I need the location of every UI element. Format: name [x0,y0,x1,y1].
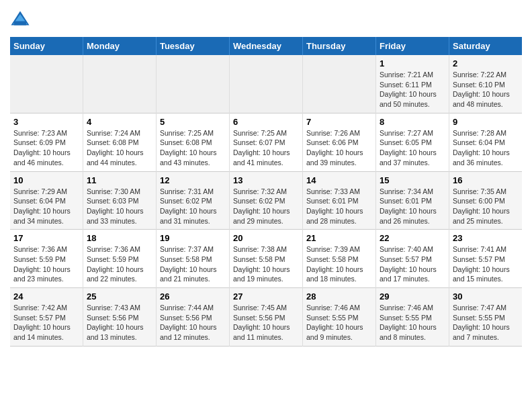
day-number: 20 [233,233,299,243]
day-info: Sunrise: 7:26 AMSunset: 6:06 PMDaylight:… [306,129,363,167]
day-number: 22 [380,233,445,243]
calendar-body: 1Sunrise: 7:21 AMSunset: 6:11 PMDaylight… [10,55,522,346]
calendar-cell: 2Sunrise: 7:22 AMSunset: 6:10 PMDaylight… [449,55,522,113]
page-container: SundayMondayTuesdayWednesdayThursdayFrid… [0,0,532,353]
weekday-header-saturday: Saturday [449,37,522,55]
day-info: Sunrise: 7:32 AMSunset: 6:02 PMDaylight:… [233,187,290,225]
day-number: 25 [87,291,152,302]
calendar-cell: 9Sunrise: 7:28 AMSunset: 6:04 PMDaylight… [449,113,522,171]
day-info: Sunrise: 7:33 AMSunset: 6:01 PMDaylight:… [306,187,363,225]
weekday-header-thursday: Thursday [302,37,375,55]
day-info: Sunrise: 7:25 AMSunset: 6:08 PMDaylight:… [160,129,217,167]
calendar-cell: 4Sunrise: 7:24 AMSunset: 6:08 PMDaylight… [83,113,156,171]
day-info: Sunrise: 7:37 AMSunset: 5:58 PMDaylight:… [160,245,217,283]
day-info: Sunrise: 7:38 AMSunset: 5:58 PMDaylight:… [233,245,290,283]
day-number: 29 [380,291,445,302]
day-number: 8 [380,117,445,127]
calendar-cell: 21Sunrise: 7:39 AMSunset: 5:58 PMDayligh… [302,230,375,288]
day-info: Sunrise: 7:42 AMSunset: 5:57 PMDaylight:… [13,304,71,341]
calendar-cell: 16Sunrise: 7:35 AMSunset: 6:00 PMDayligh… [449,171,522,230]
calendar-cell: 6Sunrise: 7:25 AMSunset: 6:07 PMDaylight… [229,113,302,171]
day-info: Sunrise: 7:45 AMSunset: 5:56 PMDaylight:… [233,304,290,341]
header [10,7,522,30]
weekday-header-sunday: Sunday [10,37,83,55]
day-info: Sunrise: 7:46 AMSunset: 5:55 PMDaylight:… [380,304,437,341]
day-number: 15 [380,175,445,185]
calendar-cell: 30Sunrise: 7:47 AMSunset: 5:55 PMDayligh… [449,288,522,347]
calendar-cell: 12Sunrise: 7:31 AMSunset: 6:02 PMDayligh… [156,171,229,230]
day-info: Sunrise: 7:24 AMSunset: 6:08 PMDaylight:… [87,129,144,167]
day-info: Sunrise: 7:36 AMSunset: 5:59 PMDaylight:… [87,245,144,283]
calendar-cell [83,55,156,113]
day-info: Sunrise: 7:36 AMSunset: 5:59 PMDaylight:… [13,245,71,283]
day-number: 23 [453,233,519,243]
day-number: 3 [13,117,79,127]
day-number: 10 [13,175,79,185]
calendar-cell: 22Sunrise: 7:40 AMSunset: 5:57 PMDayligh… [376,230,449,288]
day-number: 16 [453,175,519,185]
day-number: 6 [233,117,299,127]
logo [10,10,33,30]
day-number: 5 [160,117,226,127]
weekday-header-tuesday: Tuesday [156,37,229,55]
calendar-cell: 15Sunrise: 7:34 AMSunset: 6:01 PMDayligh… [376,171,449,230]
day-number: 12 [160,175,226,185]
calendar-cell: 29Sunrise: 7:46 AMSunset: 5:55 PMDayligh… [376,288,449,347]
calendar-header: SundayMondayTuesdayWednesdayThursdayFrid… [10,37,522,55]
calendar-cell: 26Sunrise: 7:44 AMSunset: 5:56 PMDayligh… [156,288,229,347]
calendar-week-row: 3Sunrise: 7:23 AMSunset: 6:09 PMDaylight… [10,113,522,171]
calendar-week-row: 10Sunrise: 7:29 AMSunset: 6:04 PMDayligh… [10,171,522,230]
day-number: 14 [306,175,372,185]
day-info: Sunrise: 7:21 AMSunset: 6:11 PMDaylight:… [380,71,437,108]
day-info: Sunrise: 7:27 AMSunset: 6:05 PMDaylight:… [380,129,437,167]
day-number: 7 [306,117,372,127]
calendar-cell: 1Sunrise: 7:21 AMSunset: 6:11 PMDaylight… [376,55,449,113]
day-info: Sunrise: 7:47 AMSunset: 5:55 PMDaylight:… [453,304,510,341]
calendar-cell: 17Sunrise: 7:36 AMSunset: 5:59 PMDayligh… [10,230,83,288]
calendar-cell: 25Sunrise: 7:43 AMSunset: 5:56 PMDayligh… [83,288,156,347]
calendar-cell: 20Sunrise: 7:38 AMSunset: 5:58 PMDayligh… [229,230,302,288]
day-number: 26 [160,291,226,302]
day-info: Sunrise: 7:44 AMSunset: 5:56 PMDaylight:… [160,304,217,341]
calendar-cell: 28Sunrise: 7:46 AMSunset: 5:55 PMDayligh… [302,288,375,347]
day-info: Sunrise: 7:23 AMSunset: 6:09 PMDaylight:… [13,129,71,167]
calendar-cell: 24Sunrise: 7:42 AMSunset: 5:57 PMDayligh… [10,288,83,347]
day-info: Sunrise: 7:46 AMSunset: 5:55 PMDaylight:… [306,304,363,341]
calendar-cell [10,55,83,113]
calendar-table: SundayMondayTuesdayWednesdayThursdayFrid… [10,37,522,347]
svg-rect-2 [14,21,26,26]
day-number: 2 [453,58,519,68]
weekday-header-monday: Monday [83,37,156,55]
day-number: 13 [233,175,299,185]
day-number: 4 [87,117,152,127]
day-number: 28 [306,291,372,302]
calendar-cell [229,55,302,113]
day-info: Sunrise: 7:30 AMSunset: 6:03 PMDaylight:… [87,187,144,225]
calendar-cell [156,55,229,113]
day-info: Sunrise: 7:41 AMSunset: 5:57 PMDaylight:… [453,245,510,283]
day-info: Sunrise: 7:43 AMSunset: 5:56 PMDaylight:… [87,304,144,341]
calendar-cell: 13Sunrise: 7:32 AMSunset: 6:02 PMDayligh… [229,171,302,230]
calendar-cell: 10Sunrise: 7:29 AMSunset: 6:04 PMDayligh… [10,171,83,230]
calendar-cell: 5Sunrise: 7:25 AMSunset: 6:08 PMDaylight… [156,113,229,171]
calendar-cell: 3Sunrise: 7:23 AMSunset: 6:09 PMDaylight… [10,113,83,171]
calendar-cell: 11Sunrise: 7:30 AMSunset: 6:03 PMDayligh… [83,171,156,230]
day-info: Sunrise: 7:22 AMSunset: 6:10 PMDaylight:… [453,71,510,108]
weekday-header-friday: Friday [376,37,449,55]
day-number: 19 [160,233,226,243]
weekday-header-row: SundayMondayTuesdayWednesdayThursdayFrid… [10,37,522,55]
calendar-cell: 8Sunrise: 7:27 AMSunset: 6:05 PMDaylight… [376,113,449,171]
calendar-cell [302,55,375,113]
logo-icon [10,10,30,30]
day-number: 17 [13,233,79,243]
day-number: 11 [87,175,152,185]
day-number: 30 [453,291,519,302]
calendar-cell: 27Sunrise: 7:45 AMSunset: 5:56 PMDayligh… [229,288,302,347]
day-number: 18 [87,233,152,243]
day-info: Sunrise: 7:40 AMSunset: 5:57 PMDaylight:… [380,245,437,283]
day-number: 1 [380,58,445,68]
calendar-week-row: 17Sunrise: 7:36 AMSunset: 5:59 PMDayligh… [10,230,522,288]
day-info: Sunrise: 7:35 AMSunset: 6:00 PMDaylight:… [453,187,510,225]
calendar-week-row: 24Sunrise: 7:42 AMSunset: 5:57 PMDayligh… [10,288,522,347]
day-info: Sunrise: 7:39 AMSunset: 5:58 PMDaylight:… [306,245,363,283]
